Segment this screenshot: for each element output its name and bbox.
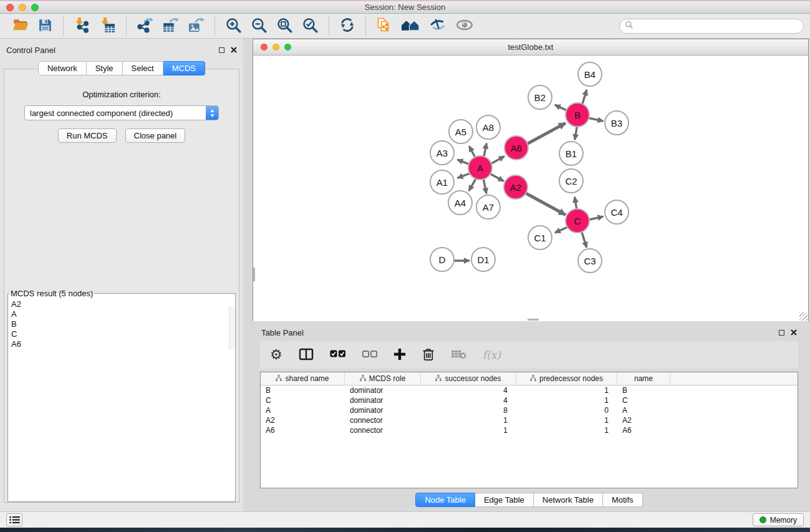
column-header-shared-name[interactable]: shared name: [261, 372, 345, 385]
tab-node-table[interactable]: Node Table: [415, 493, 475, 507]
save-session-button[interactable]: [36, 16, 54, 36]
graph-node-B2[interactable]: B2: [528, 85, 552, 110]
function-builder-button[interactable]: f(x): [483, 349, 501, 361]
graph-node-A1[interactable]: A1: [430, 170, 455, 195]
mcds-result-item[interactable]: B: [11, 319, 235, 329]
optimization-criterion-label: Optimization criterion:: [82, 90, 161, 99]
table-close-panel-icon[interactable]: [791, 327, 797, 338]
column-header-successor-nodes[interactable]: successor nodes: [421, 372, 516, 385]
tab-edge-table[interactable]: Edge Table: [475, 493, 534, 507]
delete-table-button[interactable]: [451, 349, 466, 361]
graph-node-D1[interactable]: D1: [471, 247, 496, 272]
graph-node-A[interactable]: A: [468, 155, 493, 180]
graph-node-B1[interactable]: B1: [559, 141, 584, 166]
graph-node-A7[interactable]: A7: [476, 195, 501, 220]
import-network-button[interactable]: [72, 16, 92, 37]
graph-node-A5[interactable]: A5: [448, 119, 473, 144]
close-panel-button[interactable]: Close panel: [125, 128, 186, 143]
table-row[interactable]: A6connector11A6: [261, 425, 798, 435]
tab-network-table[interactable]: Network Table: [534, 493, 603, 507]
network-document-button[interactable]: [375, 16, 393, 36]
memory-button[interactable]: Memory: [753, 513, 804, 526]
home-button[interactable]: [400, 16, 422, 36]
delete-column-button[interactable]: [422, 347, 435, 363]
window-resize-grip[interactable]: [799, 312, 808, 321]
zoom-out-button[interactable]: [249, 16, 269, 37]
search-container: [619, 19, 804, 34]
result-scrollbar[interactable]: [229, 307, 234, 349]
show-hide-button[interactable]: [454, 16, 475, 36]
canvas-vscroll-thumb[interactable]: [253, 268, 255, 281]
float-panel-icon[interactable]: [219, 47, 224, 53]
network-maximize-button[interactable]: [284, 44, 291, 51]
zoom-fit-button[interactable]: [275, 16, 294, 37]
mcds-result-item[interactable]: A6: [11, 339, 235, 349]
tab-mcds[interactable]: MCDS: [163, 61, 205, 75]
import-table-button[interactable]: [98, 16, 117, 37]
tab-select[interactable]: Select: [123, 61, 163, 75]
table-row[interactable]: Cdominator41C: [261, 395, 798, 405]
graph-node-C4[interactable]: C4: [604, 200, 629, 225]
graph-node-A6[interactable]: A6: [504, 135, 529, 160]
table-row[interactable]: Adominator80A: [261, 405, 798, 415]
export-image-icon: [188, 17, 205, 36]
tab-style[interactable]: Style: [87, 61, 123, 75]
table-cell: connector: [345, 415, 421, 425]
dropdown-stepper-icon: [206, 106, 218, 120]
deselect-all-button[interactable]: [362, 351, 377, 360]
graph-node-B[interactable]: B: [565, 102, 590, 127]
open-session-icon: [12, 17, 29, 35]
zoom-selected-button[interactable]: [301, 16, 320, 37]
network-minimize-button[interactable]: [272, 44, 279, 51]
export-image-button[interactable]: [186, 16, 206, 37]
network-close-button[interactable]: [261, 44, 268, 51]
table-cell: 1: [421, 415, 516, 425]
table-settings-button[interactable]: ⚙: [270, 348, 282, 362]
open-session-button[interactable]: [11, 16, 30, 36]
zoom-in-button[interactable]: [224, 16, 243, 37]
minimize-window-button[interactable]: [19, 4, 26, 11]
column-header-name[interactable]: name: [617, 372, 670, 385]
graph-node-A3[interactable]: A3: [430, 140, 455, 165]
mcds-result-title: MCDS result (5 nodes): [9, 289, 94, 298]
network-canvas[interactable]: B4B2BB3A8A5A6A3B1AC2A1A2A4A7C4CC1C3DD1: [253, 56, 808, 321]
zoom-selected-icon: [302, 17, 319, 36]
graph-node-D[interactable]: D: [430, 247, 455, 272]
graph-node-A2[interactable]: A2: [503, 175, 528, 200]
mcds-result-item[interactable]: A2: [11, 299, 235, 309]
export-network-button[interactable]: [135, 16, 155, 37]
node-table[interactable]: shared nameMCDS rolesuccessor nodesprede…: [260, 372, 798, 488]
graph-node-C1[interactable]: C1: [528, 225, 552, 250]
close-panel-icon[interactable]: [231, 44, 237, 56]
run-mcds-button[interactable]: Run MCDS: [58, 128, 117, 143]
close-window-button[interactable]: [6, 4, 14, 11]
graph-node-A8[interactable]: A8: [476, 115, 501, 140]
table-row[interactable]: Bdominator41B: [261, 385, 798, 395]
toolbar-separator: [215, 17, 215, 36]
toggle-graphics-details-button[interactable]: [428, 15, 448, 37]
mcds-result-item[interactable]: C: [11, 329, 235, 339]
canvas-hscroll-thumb[interactable]: [528, 319, 539, 321]
select-all-button[interactable]: [330, 350, 346, 360]
tab-motifs[interactable]: Motifs: [603, 493, 643, 507]
graph-node-A4[interactable]: A4: [448, 190, 473, 215]
tab-network[interactable]: Network: [38, 61, 87, 75]
table-row[interactable]: A2connector11A2: [261, 415, 798, 425]
refresh-button[interactable]: [338, 16, 357, 36]
add-column-button[interactable]: [393, 348, 406, 362]
fullscreen-window-button[interactable]: [31, 4, 39, 11]
graph-node-B4[interactable]: B4: [577, 62, 602, 87]
column-header-MCDS-role[interactable]: MCDS role: [345, 372, 421, 385]
toggle-column-view-button[interactable]: [299, 348, 314, 362]
criterion-dropdown[interactable]: largest connected component (directed): [24, 105, 219, 120]
mcds-result-item[interactable]: A: [11, 309, 235, 319]
column-header-predecessor-nodes[interactable]: predecessor nodes: [516, 372, 617, 385]
graph-node-C2[interactable]: C2: [559, 168, 584, 193]
graph-node-C[interactable]: C: [565, 208, 590, 233]
table-float-panel-icon[interactable]: [779, 330, 784, 336]
graph-node-B3[interactable]: B3: [604, 110, 629, 135]
export-table-button[interactable]: [161, 16, 180, 37]
search-input[interactable]: [636, 21, 798, 31]
task-history-button[interactable]: [6, 513, 22, 526]
graph-node-C3[interactable]: C3: [577, 248, 602, 273]
